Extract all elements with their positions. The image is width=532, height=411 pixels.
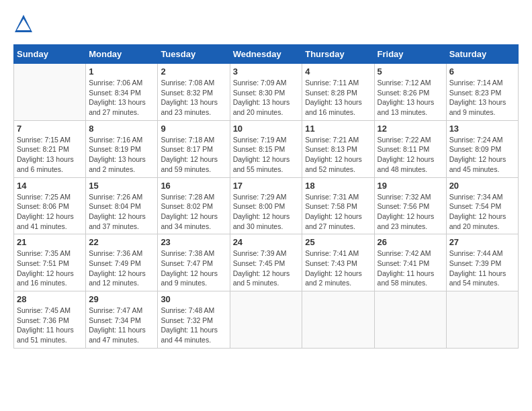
day-info: Sunrise: 7:28 AM Sunset: 8:02 PM Dayligh… bbox=[161, 192, 226, 232]
calendar-table: SundayMondayTuesdayWednesdayThursdayFrid… bbox=[13, 44, 519, 349]
column-header-saturday: Saturday bbox=[446, 45, 518, 64]
calendar-cell: 30Sunrise: 7:48 AM Sunset: 7:32 PM Dayli… bbox=[158, 291, 230, 349]
column-header-friday: Friday bbox=[374, 45, 446, 64]
calendar-cell: 18Sunrise: 7:31 AM Sunset: 7:58 PM Dayli… bbox=[302, 177, 374, 234]
day-number: 30 bbox=[161, 294, 226, 304]
day-info: Sunrise: 7:34 AM Sunset: 7:54 PM Dayligh… bbox=[449, 192, 515, 232]
day-number: 9 bbox=[161, 124, 226, 134]
logo bbox=[13, 13, 36, 34]
day-number: 23 bbox=[161, 237, 226, 247]
day-info: Sunrise: 7:47 AM Sunset: 7:34 PM Dayligh… bbox=[89, 306, 154, 345]
day-number: 5 bbox=[378, 66, 443, 77]
day-number: 10 bbox=[233, 124, 300, 134]
day-number: 27 bbox=[449, 237, 515, 247]
calendar-cell bbox=[302, 291, 374, 349]
calendar-cell: 7Sunrise: 7:15 AM Sunset: 8:21 PM Daylig… bbox=[14, 120, 86, 177]
calendar-cell: 21Sunrise: 7:35 AM Sunset: 7:51 PM Dayli… bbox=[14, 234, 86, 291]
day-number: 22 bbox=[89, 237, 154, 247]
day-number: 1 bbox=[89, 66, 154, 77]
calendar-cell: 25Sunrise: 7:41 AM Sunset: 7:43 PM Dayli… bbox=[302, 234, 374, 291]
day-info: Sunrise: 7:32 AM Sunset: 7:56 PM Dayligh… bbox=[378, 192, 443, 232]
calendar-cell: 19Sunrise: 7:32 AM Sunset: 7:56 PM Dayli… bbox=[374, 177, 446, 234]
day-number: 21 bbox=[17, 237, 83, 247]
calendar-cell: 8Sunrise: 7:16 AM Sunset: 8:19 PM Daylig… bbox=[86, 120, 158, 177]
day-number: 25 bbox=[305, 237, 371, 247]
calendar-cell: 5Sunrise: 7:12 AM Sunset: 8:26 PM Daylig… bbox=[374, 64, 446, 121]
column-header-tuesday: Tuesday bbox=[158, 45, 230, 64]
day-info: Sunrise: 7:25 AM Sunset: 8:06 PM Dayligh… bbox=[17, 192, 83, 232]
day-info: Sunrise: 7:15 AM Sunset: 8:21 PM Dayligh… bbox=[17, 135, 83, 175]
calendar-cell: 4Sunrise: 7:11 AM Sunset: 8:28 PM Daylig… bbox=[302, 64, 374, 121]
day-info: Sunrise: 7:06 AM Sunset: 8:34 PM Dayligh… bbox=[89, 78, 154, 118]
day-info: Sunrise: 7:21 AM Sunset: 8:13 PM Dayligh… bbox=[305, 135, 371, 175]
day-number: 14 bbox=[17, 181, 83, 191]
column-header-thursday: Thursday bbox=[302, 45, 374, 64]
calendar-cell: 27Sunrise: 7:44 AM Sunset: 7:39 PM Dayli… bbox=[446, 234, 518, 291]
calendar-cell: 24Sunrise: 7:39 AM Sunset: 7:45 PM Dayli… bbox=[230, 234, 302, 291]
day-info: Sunrise: 7:44 AM Sunset: 7:39 PM Dayligh… bbox=[449, 248, 515, 288]
calendar-cell: 17Sunrise: 7:29 AM Sunset: 8:00 PM Dayli… bbox=[230, 177, 302, 234]
day-info: Sunrise: 7:48 AM Sunset: 7:32 PM Dayligh… bbox=[161, 306, 226, 345]
day-number: 13 bbox=[449, 124, 515, 134]
day-number: 3 bbox=[233, 66, 300, 77]
day-info: Sunrise: 7:22 AM Sunset: 8:11 PM Dayligh… bbox=[378, 135, 443, 175]
column-header-wednesday: Wednesday bbox=[230, 45, 302, 64]
day-number: 2 bbox=[161, 66, 226, 77]
day-info: Sunrise: 7:16 AM Sunset: 8:19 PM Dayligh… bbox=[89, 135, 154, 175]
calendar-cell: 6Sunrise: 7:14 AM Sunset: 8:23 PM Daylig… bbox=[446, 64, 518, 121]
day-number: 8 bbox=[89, 124, 154, 134]
day-number: 20 bbox=[449, 181, 515, 191]
day-number: 18 bbox=[305, 181, 371, 191]
calendar-cell bbox=[374, 291, 446, 349]
calendar-cell: 16Sunrise: 7:28 AM Sunset: 8:02 PM Dayli… bbox=[158, 177, 230, 234]
column-header-sunday: Sunday bbox=[14, 45, 86, 64]
day-info: Sunrise: 7:36 AM Sunset: 7:49 PM Dayligh… bbox=[89, 248, 154, 288]
calendar-cell: 23Sunrise: 7:38 AM Sunset: 7:47 PM Dayli… bbox=[158, 234, 230, 291]
day-info: Sunrise: 7:11 AM Sunset: 8:28 PM Dayligh… bbox=[305, 78, 371, 118]
logo-icon bbox=[13, 13, 34, 34]
day-number: 15 bbox=[89, 181, 154, 191]
calendar-cell: 12Sunrise: 7:22 AM Sunset: 8:11 PM Dayli… bbox=[374, 120, 446, 177]
day-info: Sunrise: 7:31 AM Sunset: 7:58 PM Dayligh… bbox=[305, 192, 371, 232]
day-number: 24 bbox=[233, 237, 300, 247]
calendar-cell: 20Sunrise: 7:34 AM Sunset: 7:54 PM Dayli… bbox=[446, 177, 518, 234]
day-info: Sunrise: 7:35 AM Sunset: 7:51 PM Dayligh… bbox=[17, 248, 83, 288]
calendar-cell: 14Sunrise: 7:25 AM Sunset: 8:06 PM Dayli… bbox=[14, 177, 86, 234]
calendar-cell: 22Sunrise: 7:36 AM Sunset: 7:49 PM Dayli… bbox=[86, 234, 158, 291]
day-number: 7 bbox=[17, 124, 83, 134]
day-number: 11 bbox=[305, 124, 371, 134]
calendar-cell: 15Sunrise: 7:26 AM Sunset: 8:04 PM Dayli… bbox=[86, 177, 158, 234]
day-number: 12 bbox=[378, 124, 443, 134]
day-number: 17 bbox=[233, 181, 300, 191]
day-info: Sunrise: 7:18 AM Sunset: 8:17 PM Dayligh… bbox=[161, 135, 226, 175]
day-info: Sunrise: 7:42 AM Sunset: 7:41 PM Dayligh… bbox=[378, 248, 443, 288]
calendar-header-row: SundayMondayTuesdayWednesdayThursdayFrid… bbox=[14, 45, 519, 64]
calendar-week-4: 21Sunrise: 7:35 AM Sunset: 7:51 PM Dayli… bbox=[14, 234, 519, 291]
day-number: 4 bbox=[305, 66, 371, 77]
day-info: Sunrise: 7:26 AM Sunset: 8:04 PM Dayligh… bbox=[89, 192, 154, 232]
column-header-monday: Monday bbox=[86, 45, 158, 64]
calendar-cell: 29Sunrise: 7:47 AM Sunset: 7:34 PM Dayli… bbox=[86, 291, 158, 349]
day-number: 16 bbox=[161, 181, 226, 191]
day-info: Sunrise: 7:19 AM Sunset: 8:15 PM Dayligh… bbox=[233, 135, 300, 175]
day-info: Sunrise: 7:41 AM Sunset: 7:43 PM Dayligh… bbox=[305, 248, 371, 288]
calendar-cell: 10Sunrise: 7:19 AM Sunset: 8:15 PM Dayli… bbox=[230, 120, 302, 177]
day-info: Sunrise: 7:24 AM Sunset: 8:09 PM Dayligh… bbox=[449, 135, 515, 175]
calendar-cell: 1Sunrise: 7:06 AM Sunset: 8:34 PM Daylig… bbox=[86, 64, 158, 121]
calendar-cell: 26Sunrise: 7:42 AM Sunset: 7:41 PM Dayli… bbox=[374, 234, 446, 291]
calendar-cell: 28Sunrise: 7:45 AM Sunset: 7:36 PM Dayli… bbox=[14, 291, 86, 349]
day-info: Sunrise: 7:39 AM Sunset: 7:45 PM Dayligh… bbox=[233, 248, 300, 288]
day-info: Sunrise: 7:12 AM Sunset: 8:26 PM Dayligh… bbox=[378, 78, 443, 118]
calendar-cell bbox=[14, 64, 86, 121]
day-info: Sunrise: 7:08 AM Sunset: 8:32 PM Dayligh… bbox=[161, 78, 226, 118]
calendar-week-5: 28Sunrise: 7:45 AM Sunset: 7:36 PM Dayli… bbox=[14, 291, 519, 349]
calendar-cell bbox=[230, 291, 302, 349]
day-info: Sunrise: 7:38 AM Sunset: 7:47 PM Dayligh… bbox=[161, 248, 226, 288]
calendar-cell: 2Sunrise: 7:08 AM Sunset: 8:32 PM Daylig… bbox=[158, 64, 230, 121]
day-info: Sunrise: 7:09 AM Sunset: 8:30 PM Dayligh… bbox=[233, 78, 300, 118]
day-number: 19 bbox=[378, 181, 443, 191]
day-info: Sunrise: 7:29 AM Sunset: 8:00 PM Dayligh… bbox=[233, 192, 300, 232]
day-info: Sunrise: 7:45 AM Sunset: 7:36 PM Dayligh… bbox=[17, 306, 83, 345]
calendar-cell: 13Sunrise: 7:24 AM Sunset: 8:09 PM Dayli… bbox=[446, 120, 518, 177]
calendar-week-2: 7Sunrise: 7:15 AM Sunset: 8:21 PM Daylig… bbox=[14, 120, 519, 177]
